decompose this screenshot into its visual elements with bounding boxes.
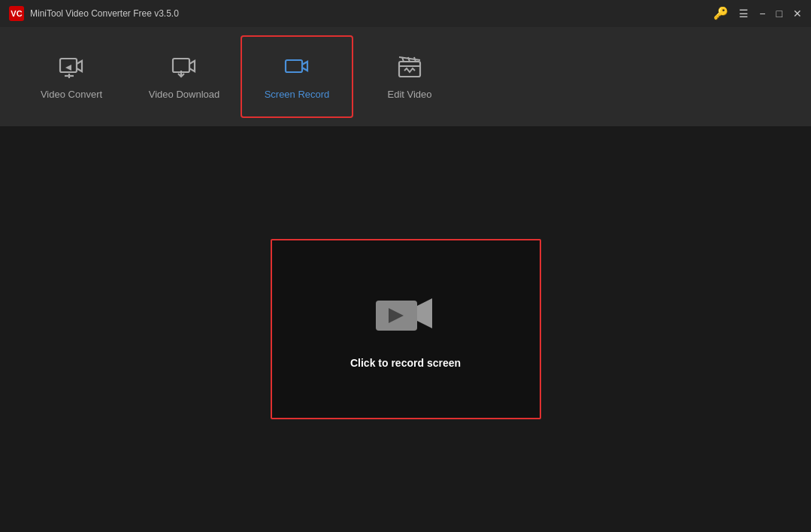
title-bar-left: VC MiniTool Video Converter Free v3.5.0 xyxy=(9,6,179,21)
video-convert-icon xyxy=(58,54,85,81)
nav-item-label-screen-record: Screen Record xyxy=(265,89,330,100)
svg-rect-6 xyxy=(399,62,420,77)
screen-record-icon xyxy=(283,54,310,81)
nav-item-label-edit-video: Edit Video xyxy=(387,89,431,100)
maximize-button[interactable]: □ xyxy=(776,8,782,19)
nav-item-video-download[interactable]: Video Download xyxy=(128,35,241,118)
nav-item-label-video-download: Video Download xyxy=(149,89,219,100)
svg-rect-3 xyxy=(173,59,189,72)
record-area[interactable]: Click to record screen xyxy=(271,239,541,419)
minimize-button[interactable]: − xyxy=(759,8,765,19)
nav-item-screen-record[interactable]: Screen Record xyxy=(241,35,353,118)
edit-video-icon xyxy=(396,54,423,81)
close-button[interactable]: ✕ xyxy=(793,8,802,19)
record-click-label: Click to record screen xyxy=(350,357,461,369)
app-title: MiniTool Video Converter Free v3.5.0 xyxy=(30,8,179,19)
nav-bar: Video Convert Video Download Screen Reco… xyxy=(0,27,811,126)
nav-item-edit-video[interactable]: Edit Video xyxy=(353,35,466,118)
menu-icon[interactable]: ☰ xyxy=(739,8,749,19)
title-bar: VC MiniTool Video Converter Free v3.5.0 … xyxy=(0,0,811,27)
camera-icon-wrapper xyxy=(372,289,440,342)
video-download-icon xyxy=(171,54,198,81)
nav-item-video-convert[interactable]: Video Convert xyxy=(15,35,128,118)
svg-marker-14 xyxy=(417,298,432,328)
nav-item-label-video-convert: Video Convert xyxy=(41,89,102,100)
svg-rect-0 xyxy=(60,59,77,72)
title-bar-controls: 🔑 ☰ − □ ✕ xyxy=(713,8,802,20)
main-content: Click to record screen xyxy=(0,126,811,532)
svg-rect-5 xyxy=(286,60,302,72)
app-logo: VC xyxy=(9,6,24,21)
key-icon[interactable]: 🔑 xyxy=(713,8,728,20)
logo-text: VC xyxy=(11,9,22,18)
